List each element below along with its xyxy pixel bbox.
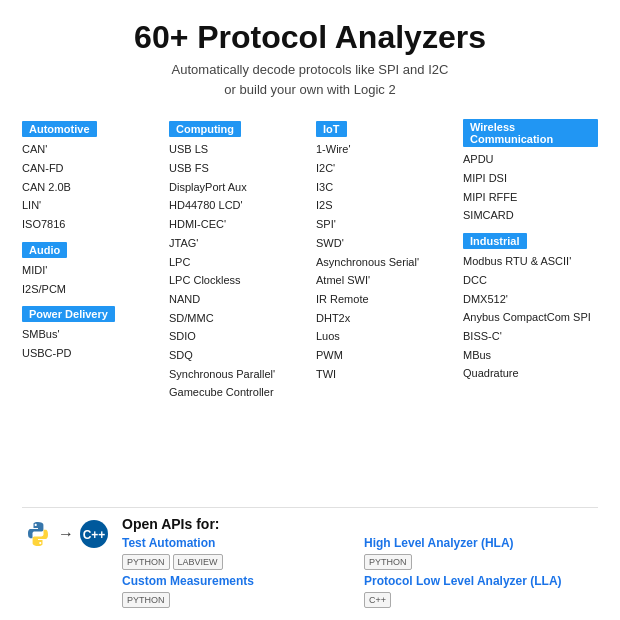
footer-content: Open APIs for: Test AutomationPYTHONLABV… [122,516,598,608]
list-item: Anybus CompactCom SPI [463,308,598,327]
api-tags-2: PYTHON [122,592,356,608]
list-item: Quadrature [463,364,598,383]
list-item: SD/MMC [169,309,304,328]
list-item: Asynchronous Serial' [316,253,451,272]
list-item: MIPI RFFE [463,188,598,207]
list-item: DHT2x [316,309,451,328]
list-item: DMX512' [463,290,598,309]
api-item-3: Protocol Low Level Analyzer (LLA)C++ [364,574,598,608]
api-tags-3: C++ [364,592,598,608]
category-label-0-1: Audio [22,242,67,258]
category-label-1-0: Computing [169,121,241,137]
category-label-0-2: Power Delivery [22,306,115,322]
api-link-2[interactable]: Custom Measurements [122,574,356,590]
item-list-3-1: Modbus RTU & ASCII'DCCDMX512'Anybus Comp… [463,252,598,383]
list-item: Atmel SWI' [316,271,451,290]
list-item: NAND [169,290,304,309]
list-item: SIMCARD [463,206,598,225]
api-tag: PYTHON [122,592,170,608]
list-item: Gamecube Controller [169,383,304,402]
footer-icons: → C++ [22,518,110,550]
list-item: ISO7816 [22,215,157,234]
item-list-0-2: SMBus'USBC-PD [22,325,157,362]
list-item: I3C [316,178,451,197]
api-tag: LABVIEW [173,554,223,570]
list-item: LIN' [22,196,157,215]
list-item: CAN-FD [22,159,157,178]
list-item: DCC [463,271,598,290]
open-apis-title: Open APIs for: [122,516,598,532]
list-item: I2S [316,196,451,215]
header: 60+ Protocol Analyzers Automatically dec… [22,18,598,99]
category-label-2-0: IoT [316,121,347,137]
api-tags-0: PYTHONLABVIEW [122,554,356,570]
list-item: 1-Wire' [316,140,451,159]
subtitle: Automatically decode protocols like SPI … [22,60,598,99]
api-item-1: High Level Analyzer (HLA)PYTHON [364,536,598,570]
list-item: USB LS [169,140,304,159]
item-list-1-0: USB LSUSB FSDisplayPort AuxHD44780 LCD'H… [169,140,304,402]
category-label-0-0: Automotive [22,121,97,137]
arrow-icon: → [58,525,74,543]
list-item: BISS-C' [463,327,598,346]
list-item: TWI [316,365,451,384]
list-item: SDIO [169,327,304,346]
cpp-icon: C++ [78,518,110,550]
item-list-0-0: CAN'CAN-FDCAN 2.0BLIN'ISO7816 [22,140,157,233]
list-item: SDQ [169,346,304,365]
item-list-2-0: 1-Wire'I2C'I3CI2SSPI'SWD'Asynchronous Se… [316,140,451,383]
list-item: IR Remote [316,290,451,309]
column-0: AutomotiveCAN'CAN-FDCAN 2.0BLIN'ISO7816A… [22,119,163,503]
list-item: Modbus RTU & ASCII' [463,252,598,271]
list-item: MBus [463,346,598,365]
list-item: LPC [169,253,304,272]
list-item: MIDI' [22,261,157,280]
column-1: ComputingUSB LSUSB FSDisplayPort AuxHD44… [163,119,310,503]
api-link-3[interactable]: Protocol Low Level Analyzer (LLA) [364,574,598,590]
list-item: CAN' [22,140,157,159]
item-list-3-0: APDUMIPI DSIMIPI RFFESIMCARD [463,150,598,225]
api-tag: C++ [364,592,391,608]
api-item-2: Custom MeasurementsPYTHON [122,574,356,608]
list-item: MIPI DSI [463,169,598,188]
list-item: SMBus' [22,325,157,344]
api-item-0: Test AutomationPYTHONLABVIEW [122,536,356,570]
list-item: I2C' [316,159,451,178]
footer: → C++ Open APIs for: Test AutomationPYTH… [22,507,598,608]
list-item: LPC Clockless [169,271,304,290]
list-item: HDMI-CEC' [169,215,304,234]
api-link-0[interactable]: Test Automation [122,536,356,552]
svg-text:C++: C++ [83,528,106,542]
list-item: APDU [463,150,598,169]
protocol-columns: AutomotiveCAN'CAN-FDCAN 2.0BLIN'ISO7816A… [22,119,598,503]
api-tag: PYTHON [122,554,170,570]
column-2: IoT1-Wire'I2C'I3CI2SSPI'SWD'Asynchronous… [310,119,457,503]
list-item: SPI' [316,215,451,234]
category-label-3-0: Wireless Communication [463,119,598,147]
list-item: USBC-PD [22,344,157,363]
list-item: PWM [316,346,451,365]
api-tag: PYTHON [364,554,412,570]
list-item: Luos [316,327,451,346]
python-icon [22,518,54,550]
main-container: 60+ Protocol Analyzers Automatically dec… [0,0,620,620]
main-title: 60+ Protocol Analyzers [22,18,598,56]
api-tags-1: PYTHON [364,554,598,570]
list-item: USB FS [169,159,304,178]
api-grid: Test AutomationPYTHONLABVIEWHigh Level A… [122,536,598,608]
column-3: Wireless CommunicationAPDUMIPI DSIMIPI R… [457,119,598,503]
list-item: CAN 2.0B [22,178,157,197]
api-link-1[interactable]: High Level Analyzer (HLA) [364,536,598,552]
list-item: I2S/PCM [22,280,157,299]
list-item: Synchronous Parallel' [169,365,304,384]
list-item: DisplayPort Aux [169,178,304,197]
list-item: HD44780 LCD' [169,196,304,215]
list-item: JTAG' [169,234,304,253]
item-list-0-1: MIDI'I2S/PCM [22,261,157,298]
list-item: SWD' [316,234,451,253]
category-label-3-1: Industrial [463,233,527,249]
